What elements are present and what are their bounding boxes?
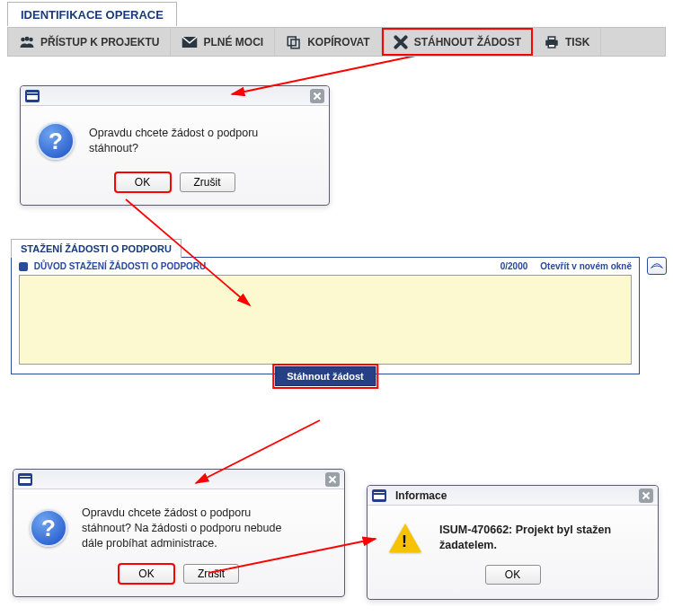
ok-button[interactable]: OK xyxy=(115,172,171,192)
envelope-icon xyxy=(182,35,198,49)
toolbar-kopirovat[interactable]: KOPÍROVAT xyxy=(275,28,382,56)
question-icon: ? xyxy=(37,122,75,160)
svg-point-0 xyxy=(21,37,25,41)
toolbar-label: STÁHNOUT ŽÁDOST xyxy=(414,36,521,48)
stahnout-zadost-button[interactable]: Stáhnout žádost xyxy=(275,366,376,386)
copy-icon xyxy=(286,35,302,49)
toolbar-label: PLNÉ MOCI xyxy=(203,36,263,48)
panel-tab[interactable]: STAŽENÍ ŽÁDOSTI O PODPORU xyxy=(11,239,182,258)
dialog-titlebar xyxy=(13,470,344,489)
ok-button[interactable]: OK xyxy=(485,565,541,585)
dialog-text: Opravdu chcete žádost o podporu stáhnout… xyxy=(82,506,297,551)
toolbar-tisk[interactable]: TISK xyxy=(533,28,601,56)
dialog-titlebar: Informace xyxy=(367,486,658,506)
window-icon xyxy=(25,90,40,102)
confirm-dialog-2: ? Opravdu chcete žádost o podporu stáhno… xyxy=(13,469,345,597)
window-icon xyxy=(18,473,32,486)
char-counter: 0/2000 xyxy=(500,261,528,271)
window-icon xyxy=(372,489,386,502)
open-in-new-window-link[interactable]: Otevřít v novém okně xyxy=(540,261,632,271)
x-bold-icon xyxy=(393,35,409,49)
dialog-text: Opravdu chcete žádost o podporu stáhnout… xyxy=(89,126,305,156)
close-icon[interactable] xyxy=(325,472,340,487)
close-icon[interactable] xyxy=(310,89,324,103)
print-icon xyxy=(544,35,560,49)
ok-button[interactable]: OK xyxy=(119,564,174,584)
svg-point-1 xyxy=(25,36,30,40)
toolbar-label: PŘÍSTUP K PROJEKTU xyxy=(40,36,159,48)
info-dialog: Informace ISUM-470662: Projekt byl staže… xyxy=(367,485,659,600)
close-icon[interactable] xyxy=(639,488,653,503)
toolbar-label: TISK xyxy=(565,36,589,48)
svg-point-2 xyxy=(29,37,33,41)
panel-stazeni-zadosti: STAŽENÍ ŽÁDOSTI O PODPORU DŮVOD STAŽENÍ … xyxy=(11,257,640,374)
warning-icon xyxy=(389,522,421,554)
toolbar: PŘÍSTUP K PROJEKTU PLNÉ MOCI KOPÍROVAT S… xyxy=(7,27,666,57)
toolbar-pristup-k-projektu[interactable]: PŘÍSTUP K PROJEKTU xyxy=(8,28,171,56)
toolbar-stahnout-zadost[interactable]: STÁHNOUT ŽÁDOST xyxy=(382,28,533,56)
dialog-titlebar xyxy=(21,86,329,106)
svg-rect-7 xyxy=(548,37,555,40)
dialog-text: ISUM-470662: Projekt byl stažen žadatele… xyxy=(439,523,637,553)
svg-rect-8 xyxy=(548,44,555,48)
cancel-button[interactable]: Zrušit xyxy=(180,172,235,192)
tab-identifikace-operace[interactable]: IDENTIFIKACE OPERACE xyxy=(7,2,177,26)
field-label: DŮVOD STAŽENÍ ŽÁDOSTI O PODPORU xyxy=(19,261,206,271)
cancel-button[interactable]: Zrušit xyxy=(183,564,239,584)
dialog-title: Informace xyxy=(395,489,447,502)
confirm-dialog-1: ? Opravdu chcete žádost o podporu stáhno… xyxy=(20,85,330,206)
reason-textarea[interactable] xyxy=(19,275,632,365)
toolbar-plne-moci[interactable]: PLNÉ MOCI xyxy=(171,28,275,56)
aside-collapse-icon[interactable] xyxy=(647,257,667,275)
toolbar-label: KOPÍROVAT xyxy=(307,36,370,48)
group-icon xyxy=(19,35,35,49)
question-icon: ? xyxy=(30,509,67,547)
